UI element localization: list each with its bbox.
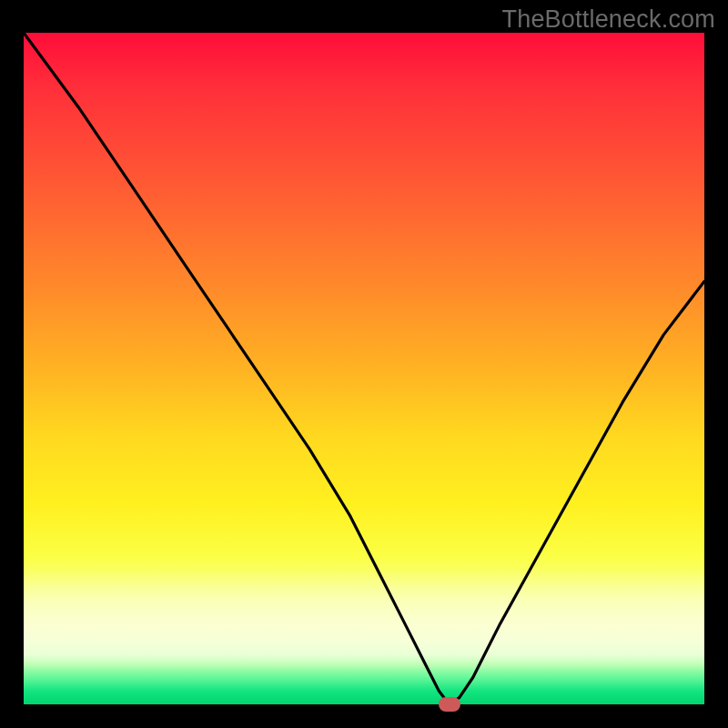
chart-frame: TheBottleneck.com: [0, 0, 728, 728]
watermark-text: TheBottleneck.com: [501, 5, 715, 34]
plot-inner: [24, 33, 704, 704]
plot-area: [24, 33, 704, 704]
background-gradient: [24, 33, 704, 704]
optimal-point-marker: [439, 697, 460, 712]
